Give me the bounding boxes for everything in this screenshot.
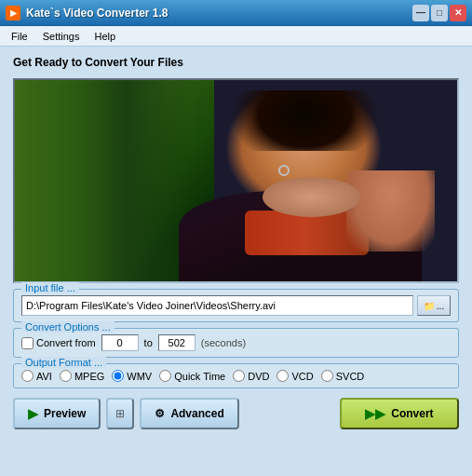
format-svcd-radio[interactable]	[321, 370, 333, 382]
advanced-button[interactable]: ⚙ Advanced	[140, 398, 238, 429]
format-mpeg-label: MPEG	[74, 371, 104, 382]
minimize-button[interactable]: —	[412, 5, 429, 21]
output-format-row: AVI MPEG WMV Quick Time DVD VCD	[21, 370, 451, 382]
person-hair	[183, 90, 405, 151]
convert-from-label: Convert from	[36, 337, 96, 348]
format-quicktime[interactable]: Quick Time	[159, 370, 225, 382]
format-avi-label: AVI	[36, 371, 52, 382]
convert-options-row: Convert from to (seconds)	[21, 334, 451, 351]
browse-dots: ...	[437, 301, 444, 311]
format-mpeg-radio[interactable]	[60, 370, 72, 382]
format-svcd-label: SVCD	[336, 371, 365, 382]
input-file-legend: Input file ...	[21, 282, 79, 293]
convert-from-checkbox-label[interactable]: Convert from	[21, 337, 96, 349]
convert-options-legend: Convert Options ...	[21, 321, 115, 333]
advanced-label: Advanced	[170, 407, 223, 420]
format-wmv-radio[interactable]	[112, 370, 124, 382]
input-file-section: Input file ... 📁 ...	[13, 289, 459, 322]
browse-button[interactable]: 📁 ...	[417, 295, 451, 316]
main-content: Get Ready to Convert Your Files Input fi…	[0, 47, 472, 476]
format-vcd-radio[interactable]	[276, 370, 289, 382]
convert-button[interactable]: ▶▶ Convert	[340, 398, 459, 429]
app-icon-glyph: ▶	[10, 8, 17, 18]
seconds-label: (seconds)	[201, 337, 246, 348]
format-svcd[interactable]: SVCD	[321, 370, 365, 382]
format-avi-radio[interactable]	[21, 370, 34, 382]
person-arm	[346, 170, 435, 251]
titlebar-buttons: — □ ✕	[412, 5, 466, 21]
grid-icon: ⊞	[115, 407, 125, 420]
format-quicktime-radio[interactable]	[159, 370, 171, 382]
window-title: Kate`s Video Converter 1.8	[26, 7, 412, 20]
video-frame	[15, 80, 457, 281]
file-path-input[interactable]	[21, 295, 413, 316]
close-button[interactable]: ✕	[450, 5, 466, 21]
menu-file[interactable]: File	[4, 29, 35, 44]
convert-from-checkbox[interactable]	[21, 337, 34, 349]
output-format-legend: Output Format ...	[21, 357, 106, 368]
preview-button[interactable]: ▶ Preview	[13, 398, 101, 429]
app-icon: ▶	[6, 6, 20, 20]
format-vcd[interactable]: VCD	[276, 370, 313, 382]
titlebar: ▶ Kate`s Video Converter 1.8 — □ ✕	[0, 0, 472, 26]
format-dvd-label: DVD	[248, 371, 269, 382]
menu-help[interactable]: Help	[87, 29, 123, 44]
video-preview	[13, 78, 459, 283]
format-avi[interactable]: AVI	[21, 370, 52, 382]
format-quicktime-label: Quick Time	[174, 371, 225, 382]
convert-label: Convert	[391, 407, 433, 420]
folder-icon: 📁	[424, 301, 435, 311]
convert-options-section: Convert Options ... Convert from to (sec…	[13, 328, 459, 358]
menubar: File Settings Help	[0, 26, 472, 47]
preview-label: Preview	[44, 407, 86, 420]
output-format-section: Output Format ... AVI MPEG WMV Quick Tim…	[13, 363, 459, 388]
format-wmv[interactable]: WMV	[112, 370, 152, 382]
person-hand	[263, 177, 360, 217]
format-dvd-radio[interactable]	[233, 370, 245, 382]
maximize-button[interactable]: □	[431, 5, 448, 21]
input-row: 📁 ...	[21, 295, 451, 316]
page-title: Get Ready to Convert Your Files	[13, 56, 459, 69]
format-vcd-label: VCD	[291, 371, 313, 382]
from-value-input[interactable]	[101, 334, 139, 351]
bottom-buttons: ▶ Preview ⊞ ⚙ Advanced ▶▶ Convert	[13, 398, 459, 429]
menu-settings[interactable]: Settings	[35, 29, 88, 44]
fast-forward-icon: ▶▶	[365, 406, 385, 421]
to-value-input[interactable]	[158, 334, 196, 351]
jewelry	[278, 165, 290, 176]
grid-button[interactable]: ⊞	[106, 398, 134, 429]
gear-icon: ⚙	[155, 407, 165, 420]
to-label: to	[144, 337, 153, 348]
format-dvd[interactable]: DVD	[233, 370, 269, 382]
format-wmv-label: WMV	[127, 371, 152, 382]
play-icon: ▶	[28, 406, 38, 421]
format-mpeg[interactable]: MPEG	[60, 370, 104, 382]
